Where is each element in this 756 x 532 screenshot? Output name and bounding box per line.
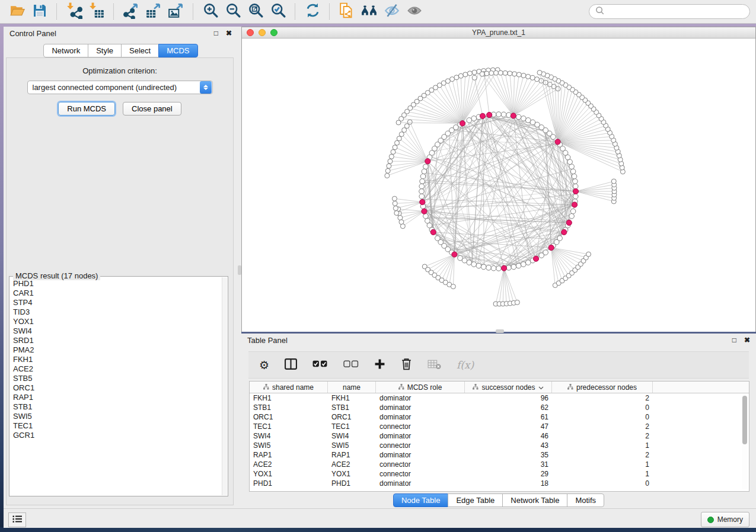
search-input[interactable] bbox=[608, 7, 744, 17]
zoom-out-button[interactable] bbox=[222, 2, 244, 21]
table-row[interactable]: YOX1YOX1connector291 bbox=[250, 469, 749, 479]
table-scrollbar bbox=[742, 395, 748, 489]
column-header-mcds-role[interactable]: MCDS role bbox=[376, 382, 465, 393]
cell-predecessor-nodes: 0 bbox=[552, 479, 653, 488]
result-item[interactable]: TEC1 bbox=[13, 421, 222, 431]
tab-edge-table[interactable]: Edge Table bbox=[448, 493, 503, 507]
show-all-button[interactable] bbox=[403, 2, 426, 21]
column-header-successor-nodes[interactable]: successor nodes bbox=[465, 382, 552, 393]
copy-network-button[interactable] bbox=[336, 2, 358, 21]
result-scrollbar[interactable] bbox=[222, 277, 227, 495]
column-header-name[interactable]: name bbox=[328, 382, 376, 393]
result-item[interactable]: STB5 bbox=[13, 374, 222, 383]
zoom-in-button[interactable] bbox=[199, 2, 222, 21]
criterion-selected-value: largest connected component (undirected) bbox=[28, 83, 200, 92]
tab-mcds[interactable]: MCDS bbox=[158, 44, 197, 57]
export-network-icon bbox=[123, 2, 139, 21]
result-item[interactable]: STB1 bbox=[13, 402, 222, 412]
cell-shared-name: STB1 bbox=[250, 403, 328, 412]
table-row[interactable]: TEC1TEC1connector472 bbox=[250, 422, 749, 431]
delete-columns-button[interactable] bbox=[401, 358, 412, 373]
open-file-button[interactable] bbox=[6, 2, 28, 21]
export-network-button[interactable] bbox=[120, 2, 142, 21]
result-item[interactable]: SRD1 bbox=[13, 336, 222, 345]
select-all-button[interactable] bbox=[312, 360, 328, 370]
result-item[interactable]: SWI4 bbox=[13, 326, 222, 336]
first-neighbors-button[interactable] bbox=[358, 2, 381, 21]
table-row[interactable]: FKH1FKH1dominator962 bbox=[250, 393, 749, 403]
result-item[interactable]: STP4 bbox=[13, 298, 222, 307]
criterion-select[interactable]: largest connected component (undirected) bbox=[27, 81, 213, 94]
hide-selected-button[interactable] bbox=[381, 2, 403, 21]
zoom-fit-button[interactable] bbox=[244, 2, 267, 21]
memory-button[interactable]: Memory bbox=[701, 512, 749, 527]
table-row[interactable]: SWI4SWI4dominator462 bbox=[250, 431, 749, 441]
search-box bbox=[589, 4, 750, 19]
run-mcds-button[interactable]: Run MCDS bbox=[58, 102, 115, 116]
trash-icon bbox=[401, 358, 412, 373]
import-table-button[interactable] bbox=[85, 2, 108, 21]
deselect-all-button[interactable] bbox=[343, 360, 359, 370]
result-item[interactable]: GCR1 bbox=[13, 431, 222, 440]
import-network-button[interactable] bbox=[63, 2, 85, 21]
table-row[interactable]: STB1STB1dominator620 bbox=[250, 403, 749, 412]
function-builder-button[interactable]: f(x) bbox=[457, 359, 474, 371]
tab-style[interactable]: Style bbox=[88, 44, 122, 57]
add-column-button[interactable] bbox=[374, 358, 385, 372]
export-image-button[interactable] bbox=[165, 2, 187, 21]
gear-icon: ⚙ bbox=[259, 360, 269, 371]
table-row[interactable]: PHD1PHD1dominator180 bbox=[250, 479, 749, 488]
float-table-panel-icon[interactable]: □ bbox=[732, 336, 736, 344]
mcds-result-list[interactable]: PHD1CAR1STP4TID3YOX1SWI4SRD1PMA2FKH1ACE2… bbox=[9, 279, 222, 495]
table-settings-button[interactable]: ⚙ bbox=[259, 360, 269, 371]
export-table-button[interactable] bbox=[142, 2, 165, 21]
task-history-button[interactable] bbox=[8, 512, 26, 527]
table-panel: Table Panel □ ✖ ⚙ f(x) shared namenameMC… bbox=[241, 334, 756, 508]
table-row[interactable]: ACE2ACE2connector311 bbox=[250, 460, 749, 469]
float-panel-icon[interactable]: □ bbox=[214, 30, 218, 37]
cell-shared-name: TEC1 bbox=[250, 422, 328, 431]
network-canvas[interactable] bbox=[242, 39, 755, 332]
table-row[interactable]: ORC1ORC1dominator610 bbox=[250, 412, 749, 422]
tab-motifs[interactable]: Motifs bbox=[567, 493, 604, 507]
cell-mcds-role: connector bbox=[376, 422, 465, 431]
column-header-predecessor-nodes[interactable]: predecessor nodes bbox=[552, 382, 653, 393]
zoom-selected-button[interactable] bbox=[267, 2, 289, 21]
tab-network[interactable]: Network bbox=[43, 44, 88, 57]
close-table-panel-icon[interactable]: ✖ bbox=[744, 336, 750, 344]
tab-select[interactable]: Select bbox=[121, 44, 159, 57]
result-item[interactable]: TID3 bbox=[13, 307, 222, 317]
result-item[interactable]: RAP1 bbox=[13, 393, 222, 402]
columns-icon bbox=[285, 358, 297, 372]
table-scrollbar-thumb[interactable] bbox=[742, 396, 747, 444]
close-panel-icon[interactable]: ✖ bbox=[226, 30, 232, 37]
table-row[interactable]: RAP1RAP1dominator352 bbox=[250, 450, 749, 460]
cell-shared-name: SWI4 bbox=[250, 432, 328, 440]
cell-mcds-role: dominator bbox=[376, 413, 465, 421]
result-item[interactable]: CAR1 bbox=[13, 289, 222, 298]
column-header-shared-name[interactable]: shared name bbox=[250, 382, 328, 393]
tab-network-table[interactable]: Network Table bbox=[502, 493, 567, 507]
delete-table-button[interactable] bbox=[428, 359, 441, 371]
result-item[interactable]: PMA2 bbox=[13, 345, 222, 355]
open-folder-icon bbox=[9, 2, 25, 21]
result-item[interactable]: SWI5 bbox=[13, 412, 222, 421]
result-item[interactable]: ORC1 bbox=[13, 383, 222, 393]
cell-mcds-role: connector bbox=[376, 460, 465, 469]
table-row[interactable]: SWI5SWI5connector431 bbox=[250, 441, 749, 450]
network-window-titlebar[interactable]: YPA_prune.txt_1 bbox=[242, 27, 755, 39]
result-item[interactable]: FKH1 bbox=[13, 355, 222, 364]
refresh-view-button[interactable] bbox=[301, 2, 324, 21]
tab-node-table[interactable]: Node Table bbox=[393, 493, 449, 507]
result-item[interactable]: ACE2 bbox=[13, 364, 222, 374]
unchecked-boxes-icon bbox=[343, 360, 359, 370]
result-item[interactable]: PHD1 bbox=[13, 279, 222, 289]
toolbar-separator bbox=[193, 4, 194, 20]
network-view[interactable] bbox=[242, 39, 755, 332]
save-session-button[interactable] bbox=[28, 2, 51, 21]
horizontal-splitter-grip[interactable] bbox=[496, 329, 504, 333]
result-item[interactable]: YOX1 bbox=[13, 317, 222, 326]
close-panel-button[interactable]: Close panel bbox=[123, 102, 181, 116]
split-panel-button[interactable] bbox=[285, 358, 297, 372]
network-window: YPA_prune.txt_1 bbox=[241, 27, 756, 332]
